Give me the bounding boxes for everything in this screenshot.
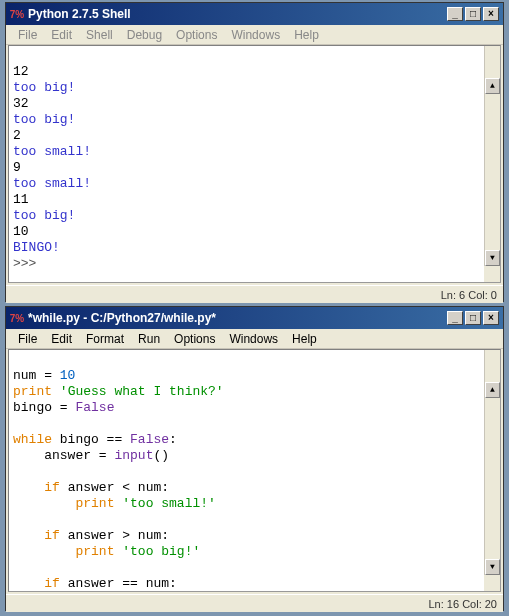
code-line: print 'Guess what I think?': [13, 384, 224, 399]
code-line: print 'too big!': [13, 544, 200, 559]
menu-shell[interactable]: Shell: [80, 27, 119, 43]
shell-line: 9: [13, 160, 21, 175]
minimize-button[interactable]: _: [447, 311, 463, 325]
maximize-button[interactable]: □: [465, 7, 481, 21]
editor-statusbar: Ln: 16 Col: 20: [6, 594, 503, 612]
menu-windows[interactable]: Windows: [223, 331, 284, 347]
scroll-corner: [484, 266, 500, 282]
menu-windows[interactable]: Windows: [225, 27, 286, 43]
close-button[interactable]: ×: [483, 7, 499, 21]
menu-options[interactable]: Options: [170, 27, 223, 43]
code-line: if answer < num:: [13, 480, 169, 495]
shell-line: too small!: [13, 144, 91, 159]
shell-line: 10: [13, 224, 29, 239]
editor-window: 7% *while.py - C:/Python27/while.py* _ □…: [5, 306, 504, 611]
code-line: print 'too small!': [13, 496, 216, 511]
editor-status: Ln: 16 Col: 20: [429, 598, 498, 610]
scroll-down-icon[interactable]: ▼: [485, 250, 500, 266]
shell-line: 32: [13, 96, 29, 111]
shell-line: too big!: [13, 80, 75, 95]
shell-statusbar: Ln: 6 Col: 0: [6, 285, 503, 303]
shell-title: Python 2.7.5 Shell: [28, 7, 447, 21]
menu-options[interactable]: Options: [168, 331, 221, 347]
menu-file[interactable]: File: [12, 27, 43, 43]
code-line: if answer == num:: [13, 576, 177, 591]
shell-vscrollbar[interactable]: ▲ ▼: [484, 46, 500, 266]
scroll-corner: [484, 575, 500, 591]
code-line: while bingo == False:: [13, 432, 177, 447]
scroll-up-icon[interactable]: ▲: [485, 78, 500, 94]
menu-help[interactable]: Help: [288, 27, 325, 43]
shell-line: 11: [13, 192, 29, 207]
shell-line: 12: [13, 64, 29, 79]
menu-file[interactable]: File: [12, 331, 43, 347]
menu-format[interactable]: Format: [80, 331, 130, 347]
code-line: num = 10: [13, 368, 75, 383]
close-button[interactable]: ×: [483, 311, 499, 325]
menu-edit[interactable]: Edit: [45, 27, 78, 43]
shell-line: too small!: [13, 176, 91, 191]
code-line: answer = input(): [13, 448, 169, 463]
editor-titlebar[interactable]: 7% *while.py - C:/Python27/while.py* _ □…: [6, 307, 503, 329]
code-editor[interactable]: num = 10 print 'Guess what I think?' bin…: [8, 349, 501, 592]
shell-line: BINGO!: [13, 240, 60, 255]
shell-window: 7% Python 2.7.5 Shell _ □ × File Edit Sh…: [5, 2, 504, 302]
editor-menubar: File Edit Format Run Options Windows Hel…: [6, 329, 503, 349]
minimize-button[interactable]: _: [447, 7, 463, 21]
shell-output[interactable]: 12 too big! 32 too big! 2 too small! 9 t…: [8, 45, 501, 283]
scroll-down-icon[interactable]: ▼: [485, 559, 500, 575]
shell-line: too big!: [13, 112, 75, 127]
menu-edit[interactable]: Edit: [45, 331, 78, 347]
menu-run[interactable]: Run: [132, 331, 166, 347]
shell-status: Ln: 6 Col: 0: [441, 289, 497, 301]
code-line: bingo = False: [13, 400, 114, 415]
menu-debug[interactable]: Debug: [121, 27, 168, 43]
editor-vscrollbar[interactable]: ▲ ▼: [484, 350, 500, 575]
shell-prompt: >>>: [13, 256, 44, 271]
maximize-button[interactable]: □: [465, 311, 481, 325]
shell-menubar: File Edit Shell Debug Options Windows He…: [6, 25, 503, 45]
shell-titlebar[interactable]: 7% Python 2.7.5 Shell _ □ ×: [6, 3, 503, 25]
editor-title: *while.py - C:/Python27/while.py*: [28, 311, 447, 325]
python-icon: 7%: [10, 311, 24, 325]
shell-line: 2: [13, 128, 21, 143]
python-icon: 7%: [10, 7, 24, 21]
scroll-up-icon[interactable]: ▲: [485, 382, 500, 398]
menu-help[interactable]: Help: [286, 331, 323, 347]
shell-line: too big!: [13, 208, 75, 223]
code-line: if answer > num:: [13, 528, 169, 543]
